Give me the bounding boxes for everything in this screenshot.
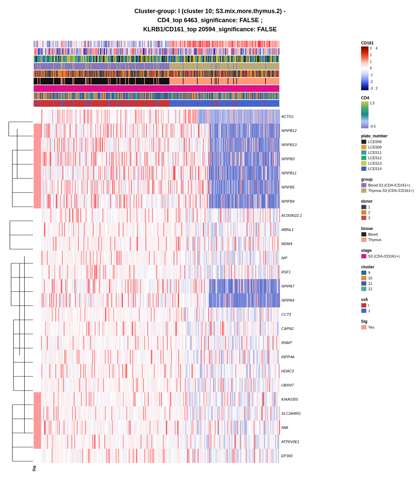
cd161-label-1: 1 [370,60,373,64]
left-dendrogram [3,115,34,468]
legend-tissue-thymus: Thymus [361,237,417,242]
gene-label-inpp4a: INPP4A [281,350,310,364]
legend-donor-title: donor [361,199,417,204]
legend-section: CD161 3 2 1 0 -1 -2 -3 4 2 [356,41,417,332]
gene-label-kiaa0355: KIAA0355 [281,392,310,406]
legend-plate-lce511: LCE511 [361,150,417,155]
plate-swatch-lce511 [361,150,366,155]
legend-stage-title: stage [361,248,417,253]
legend-donor: donor 1 2 3 [361,199,417,221]
legend-plate: plate_number LCE508 LCE509 LCE511 LCE512 [361,134,417,172]
vs5-swatch-i [361,303,366,308]
gene-label-npipb12: NPIPB12 [281,124,310,138]
gene-label-rnmt: RNMT [281,336,310,350]
gene-label-npipa9: NPIPA9 [281,293,310,307]
legend-sig-yes: Yes [361,325,417,330]
legend-stage-s3: S3 (CD4-/CD161+) [361,254,417,259]
cd161-label-3: 3 [370,46,373,50]
cd161-label-n1: -1 [370,73,373,77]
legend-group-title: group [361,177,417,182]
gene-label-npipb3: NPIPB3 [281,152,310,166]
legend-group-blood: Blood.S3 (CD4-/CD161+) [361,183,417,188]
plate-swatch-lce513 [361,161,366,166]
gene-label-cct3: CCT3 [281,307,310,322]
gene-label-ep300: EP300 [281,449,310,463]
legend-cluster-10: 10 [361,276,417,280]
legend-group-thymus: Thymus.S3 (CD4-/CD161+) [361,188,417,193]
heatmap-section: Sig ACTG1NPIPB12NPIPB13NPIPB3NPIPB11NPIP… [34,41,356,463]
gene-label-actg1: ACTG1 [281,109,310,124]
legend-tissue-blood: Blood [361,232,417,237]
legend-cluster: cluster 9 10 11 12 [361,265,417,292]
cd161-label-n2: -2 [370,80,373,83]
plate-swatch-lce509 [361,145,366,149]
group-swatch-thymus [361,188,366,193]
gene-label-mbnl1: MBNL1 [281,223,310,237]
tissue-swatch-blood [361,232,366,237]
vs5-swatch-j [361,308,366,313]
legend-stage: stage S3 (CD4-/CD161+) [361,248,417,259]
gene-label-npipb5: NPIPB5 [281,180,310,194]
cd161-label-n3: -3 [370,87,373,90]
legend-vs5-i: I [361,303,417,308]
cd161-label-0: 0 [370,66,373,70]
legend-donor-1: 1 [361,205,417,209]
donor-swatch-2 [361,210,366,215]
plate-swatch-lce514 [361,166,366,171]
legend-donor-3: 3 [361,215,417,220]
legend-sig-title: Sig [361,319,417,324]
legend-plate-title: plate_number [361,134,417,138]
cluster-swatch-9 [361,270,366,275]
cluster-swatch-11 [361,281,366,286]
cd161-side-4: 4 [376,46,378,50]
gene-label-npipa7: NPIPA7 [281,279,310,293]
chart-title: Cluster-group: I (cluster 10; S3.mix.mor… [134,7,285,34]
content-area: Sig ACTG1NPIPB12NPIPB13NPIPB3NPIPB11NPIP… [3,41,417,468]
gene-labels: ACTG1NPIPB12NPIPB13NPIPB3NPIPB11NPIPB5NP… [280,109,310,463]
gene-label-slc2a4rg: SLC2A4RG [281,406,310,421]
legend-cd4: CD4 1.5 -0.5 [361,96,417,128]
legend-cluster-9: 9 [361,270,417,275]
legend-vs5-title: vs5 [361,297,417,302]
legend-cd161-title: CD161 [361,41,417,45]
annotation-bars [34,41,356,108]
donor-swatch-1 [361,205,366,209]
plate-swatch-lce512 [361,156,366,160]
legend-cluster-11: 11 [361,281,417,286]
sig-swatch-yes [361,325,366,330]
cd161-label-2: 2 [370,53,373,57]
tissue-swatch-thymus [361,237,366,242]
heatmap-body: Sig ACTG1NPIPB12NPIPB13NPIPB3NPIPB11NPIP… [34,109,356,463]
legend-cluster-title: cluster [361,265,417,269]
gene-label-capn2: CAPN2 [281,322,310,336]
legend-vs5: vs5 I J [361,297,417,314]
gene-label-npipb4: NPIPB4 [281,194,310,208]
group-swatch-blood [361,183,366,188]
cluster-swatch-10 [361,276,366,280]
legend-plate-lce509: LCE509 [361,145,417,149]
legend-plate-lce513: LCE513 [361,161,417,166]
legend-vs5-j: J [361,308,417,313]
gene-label-ubxn7: UBXN7 [281,378,310,392]
gene-label-npipb11: NPIPB11 [281,166,310,180]
gene-label-nmi: NMI [281,421,310,435]
legend-cluster-12: 12 [361,287,417,291]
legend-cd4-title: CD4 [361,96,417,100]
legend-tissue-title: tissue [361,226,417,231]
legend-sig: Sig Yes [361,319,417,330]
gene-label-atp6v0e1: ATP6V0E1 [281,435,310,449]
gene-label-aip: AIP [281,251,310,265]
cd161-side-2: 2 [376,87,378,90]
legend-plate-lce514: LCE514 [361,166,417,171]
plate-swatch-lce508 [361,139,366,144]
gene-label-hdac3: HDAC3 [281,364,310,378]
legend-plate-lce508: LCE508 [361,139,417,144]
gene-label-rsf1: RSF1 [281,265,310,279]
cluster-swatch-12 [361,287,366,291]
gene-label-mdm4: MDM4 [281,237,310,251]
legend-plate-lce512: LCE512 [361,156,417,160]
sig-axis-label: Sig [32,466,36,471]
legend-donor-2: 2 [361,210,417,215]
main-container: Cluster-group: I (cluster 10; S3.mix.mor… [0,0,420,472]
legend-cd161: CD161 3 2 1 0 -1 -2 -3 4 2 [361,41,417,90]
